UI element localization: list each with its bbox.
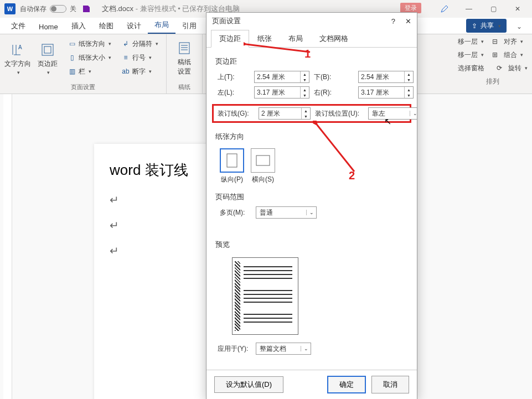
section-margins-label: 页边距 [215, 56, 408, 66]
svg-rect-7 [227, 154, 237, 167]
text-direction-icon: A [9, 42, 26, 58]
menu-file[interactable]: 文件 [4, 18, 32, 34]
chevron-down-icon: ▾ [47, 70, 50, 75]
close-icon[interactable]: ✕ [507, 1, 529, 17]
menu-home[interactable]: Home [32, 19, 65, 34]
group-label-page-setup: 页面设置 [71, 83, 95, 92]
hyphenation-icon: ab [121, 67, 130, 76]
mouse-cursor: ↖ [384, 116, 391, 127]
breaks-icon: ↲ [121, 39, 130, 48]
ribbon-group-manuscript: 稿纸 设置 稿纸 [167, 34, 203, 94]
save-icon[interactable] [81, 3, 92, 14]
autosave-state: 关 [70, 4, 76, 14]
group-label-arrange: 排列 [458, 75, 528, 87]
send-backward-button[interactable]: 移一层▾ ⊞ 组合▾ [458, 49, 528, 61]
chevron-down-icon: ▾ [17, 70, 20, 75]
word-app-icon: W [4, 3, 16, 14]
selection-pane-button[interactable]: 选择窗格 ⟳ 旋转▾ [458, 62, 528, 74]
columns-icon: ▥ [68, 67, 76, 76]
autosave-label: 自动保存 [20, 4, 47, 14]
binding-indicator [235, 261, 240, 331]
multi-pages-combo[interactable]: 普通⌄ [256, 206, 317, 219]
page-size-icon: ▯ [68, 53, 76, 62]
group-icon: ⊞ [492, 51, 498, 59]
breaks-button[interactable]: ↲ 分隔符▾ [119, 38, 161, 50]
svg-text:A: A [18, 44, 22, 50]
columns-button[interactable]: ▥ 栏▾ [65, 65, 113, 77]
hyphenation-button[interactable]: ab 断字▾ [119, 65, 161, 77]
apply-to-combo[interactable]: 整篇文档⌄ [256, 343, 311, 355]
ok-button[interactable]: 确定 [327, 376, 366, 393]
gutter-spinner[interactable]: 2 厘米▲▼ [259, 107, 311, 120]
menu-draw[interactable]: 绘图 [92, 18, 120, 34]
rotate-icon: ⟳ [497, 64, 502, 72]
bottom-spinner[interactable]: 2.54 厘米▲▼ [358, 71, 414, 83]
maximize-icon[interactable]: ▢ [482, 1, 504, 17]
svg-rect-3 [179, 43, 189, 54]
chevron-down-icon: ⌄ [410, 111, 417, 116]
chevron-down-icon: ⌄ [301, 346, 311, 351]
menu-design[interactable]: 设计 [120, 18, 148, 34]
tab-paper[interactable]: 纸张 [249, 30, 280, 48]
gutter-position-combo[interactable]: 靠左⌄ [368, 107, 417, 120]
orientation-button[interactable]: ▭ 纸张方向▾ [65, 38, 113, 50]
left-label: 左(L): [218, 88, 250, 97]
margins-button[interactable]: 页边距 ▾ [33, 37, 62, 80]
set-default-button[interactable]: 设为默认值(D) [214, 376, 283, 393]
menu-insert[interactable]: 插入 [65, 18, 92, 34]
tab-margins[interactable]: 页边距 [211, 30, 249, 48]
tab-layout[interactable]: 布局 [280, 30, 311, 48]
right-spinner[interactable]: 3.17 厘米▲▼ [358, 86, 414, 99]
close-icon[interactable]: ✕ [405, 17, 411, 25]
section-preview-label: 预览 [215, 240, 408, 250]
cancel-button[interactable]: 取消 [371, 376, 409, 393]
align-icon: ⊟ [492, 38, 498, 45]
manuscript-settings-button[interactable]: 稿纸 设置 [170, 37, 199, 80]
ribbon-collapse-button[interactable]: ⌄ [513, 21, 525, 32]
menu-layout[interactable]: 布局 [148, 17, 175, 34]
help-icon[interactable]: ? [391, 17, 395, 25]
gutter-highlight: 装订线(G): 2 厘米▲▼ 装订线位置(U): 靠左⌄ [212, 104, 411, 123]
spinner-down-icon: ▼ [301, 77, 309, 82]
left-spinner[interactable]: 3.17 厘米▲▼ [254, 86, 309, 99]
vertical-ruler[interactable] [3, 94, 12, 399]
dialog-titlebar: 页面设置 ? ✕ [206, 13, 417, 29]
line-numbers-button[interactable]: ≡ 行号▾ [119, 51, 161, 64]
group-label-manuscript: 稿纸 [178, 83, 190, 92]
pen-icon[interactable] [433, 1, 456, 17]
autosave-toggle[interactable]: 自动保存 关 [20, 4, 76, 14]
line-numbers-icon: ≡ [121, 53, 130, 62]
top-label: 上(T): [218, 72, 250, 82]
apply-to-label: 应用于(Y): [218, 344, 248, 354]
right-label: 右(R): [314, 88, 354, 97]
size-button[interactable]: ▯ 纸张大小▾ [65, 51, 113, 64]
minimize-icon[interactable]: — [458, 1, 480, 17]
margins-icon [39, 42, 56, 58]
gutter-label: 装订线(G): [218, 109, 254, 118]
annotation-number-1: 1 [304, 48, 311, 60]
orientation-icon: ▭ [68, 39, 76, 48]
bring-forward-button[interactable]: 移一层▾ ⊟ 对齐▾ [458, 35, 528, 48]
share-icon: ⇪ [472, 22, 477, 30]
spinner-up-icon: ▲ [301, 71, 309, 77]
share-button[interactable]: ⇪ 共享 ▾ [466, 19, 507, 33]
tab-document-grid[interactable]: 文档网格 [311, 30, 357, 48]
text-direction-button[interactable]: A 文字方向 ▾ [3, 37, 32, 80]
menu-references[interactable]: 引用 [175, 18, 203, 34]
portrait-icon [220, 148, 244, 173]
chevron-down-icon: ▾ [498, 23, 501, 29]
orientation-portrait[interactable]: 纵向(P) [220, 148, 244, 184]
manuscript-icon [176, 40, 193, 56]
gutter-position-label: 装订线位置(U): [315, 109, 364, 118]
dialog-footer: 设为默认值(D) 确定 取消 [206, 370, 417, 399]
svg-rect-8 [256, 156, 270, 165]
annotation-number-2: 2 [349, 169, 355, 182]
dialog-title: 页面设置 [212, 16, 241, 26]
toggle-icon[interactable] [50, 5, 66, 13]
svg-rect-1 [42, 44, 53, 55]
orientation-landscape[interactable]: 横向(S) [251, 148, 275, 184]
chevron-down-icon: ⌄ [306, 210, 316, 215]
margins-grid: 上(T): 2.54 厘米▲▼ 下(B): 2.54 厘米▲▼ 左(L): 3.… [218, 71, 408, 99]
landscape-icon [251, 148, 275, 173]
top-spinner[interactable]: 2.54 厘米▲▼ [254, 71, 309, 83]
